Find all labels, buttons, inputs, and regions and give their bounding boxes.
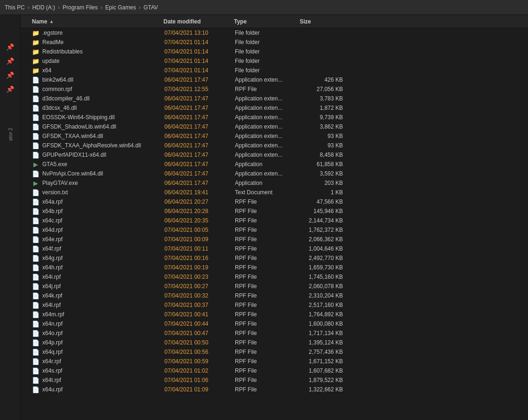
file-name: ReadMe xyxy=(42,39,164,46)
table-row[interactable]: 📁 x64 07/04/2021 01:14 File folder xyxy=(21,66,528,75)
file-size: 1,745,160 KB xyxy=(301,274,348,280)
file-type: Application exten... xyxy=(235,76,301,83)
file-date: 06/04/2021 17:47 xyxy=(164,76,235,83)
table-row[interactable]: 📄 x64s.rpf 07/04/2021 01:02 RPF File 1,6… xyxy=(21,366,528,375)
table-row[interactable]: 📄 EOSSDK-Win64-Shipping.dll 06/04/2021 1… xyxy=(21,113,528,122)
file-date: 07/04/2021 00:32 xyxy=(164,292,235,299)
table-row[interactable]: ▶ PlayGTAV.exe 06/04/2021 17:47 Applicat… xyxy=(21,178,528,188)
table-row[interactable]: 📄 x64r.rpf 07/04/2021 00:59 RPF File 1,6… xyxy=(21,357,528,366)
table-row[interactable]: 📄 bink2w64.dll 06/04/2021 17:47 Applicat… xyxy=(21,75,528,84)
file-name: x64i.rpf xyxy=(42,274,164,280)
file-name: x64h.rpf xyxy=(42,264,164,271)
file-icon: 📄 xyxy=(32,151,39,159)
file-icon: 📄 xyxy=(32,376,39,384)
table-row[interactable]: 📄 GFSDK_TXAA_AlphaResolve.win64.dll 06/0… xyxy=(21,141,528,150)
file-date: 07/04/2021 12:55 xyxy=(164,86,235,92)
breadcrumb-program-files[interactable]: Program Files xyxy=(62,4,98,11)
file-type: RPF File xyxy=(235,283,301,290)
file-type: Application exten... xyxy=(235,133,301,139)
table-row[interactable]: 📁 Redistributables 07/04/2021 01:14 File… xyxy=(21,47,528,56)
file-name: GFSDK_TXAA_AlphaResolve.win64.dll xyxy=(42,142,164,149)
table-row[interactable]: 📄 version.txt 06/04/2021 19:41 Text Docu… xyxy=(21,188,528,197)
file-type: RPF File xyxy=(235,367,301,374)
table-row[interactable]: 📄 d3dcsx_46.dll 06/04/2021 17:47 Applica… xyxy=(21,103,528,113)
table-row[interactable]: 📄 d3dcompiler_46.dll 06/04/2021 17:47 Ap… xyxy=(21,94,528,103)
table-row[interactable]: 📄 x64b.rpf 06/04/2021 20:28 RPF File 145… xyxy=(21,206,528,216)
table-row[interactable]: 📄 x64p.rpf 07/04/2021 00:50 RPF File 1,3… xyxy=(21,338,528,347)
file-name: x64g.rpf xyxy=(42,255,164,261)
file-name: x64c.rpf xyxy=(42,217,164,224)
folder-icon: 📁 xyxy=(32,67,39,74)
file-icon: 📄 xyxy=(32,273,39,281)
table-row[interactable]: 📄 x64k.rpf 07/04/2021 00:32 RPF File 2,3… xyxy=(21,291,528,300)
file-size: 47,566 KB xyxy=(301,199,348,205)
pin-icon-1[interactable]: 📌 xyxy=(6,43,14,51)
table-row[interactable]: 📄 x64f.rpf 07/04/2021 00:11 RPF File 1,0… xyxy=(21,244,528,253)
breadcrumb-gtav[interactable]: GTAV xyxy=(143,4,158,11)
breadcrumb-sep-4: › xyxy=(139,4,140,11)
file-date: 07/04/2021 00:37 xyxy=(164,302,235,308)
file-size: 2,517,160 KB xyxy=(301,302,348,308)
table-row[interactable]: 📄 x64d.rpf 07/04/2021 00:05 RPF File 1,7… xyxy=(21,225,528,235)
table-row[interactable]: 📄 GPUPerfAPIDX11-x64.dll 06/04/2021 17:4… xyxy=(21,150,528,160)
breadcrumb-this-pc[interactable]: This PC xyxy=(5,4,25,11)
file-name: x64p.rpf xyxy=(42,339,164,346)
file-type: Application exten... xyxy=(235,123,301,130)
table-row[interactable]: 📄 x64o.rpf 07/04/2021 00:47 RPF File 1,7… xyxy=(21,328,528,338)
file-size: 1,600,080 KB xyxy=(301,321,348,327)
table-row[interactable]: 📄 x64t.rpf 07/04/2021 01:06 RPF File 1,8… xyxy=(21,375,528,385)
table-row[interactable]: 📄 GFSDK_ShadowLib.win64.dll 06/04/2021 1… xyxy=(21,122,528,131)
file-type: RPF File xyxy=(235,217,301,224)
file-type: RPF File xyxy=(235,311,301,318)
file-type: RPF File xyxy=(235,358,301,365)
pin-icon-3[interactable]: 📌 xyxy=(6,71,14,79)
file-name: x64a.rpf xyxy=(42,199,164,205)
table-row[interactable]: 📄 x64c.rpf 06/04/2021 20:35 RPF File 2,1… xyxy=(21,216,528,225)
file-size: 3,592 KB xyxy=(301,170,348,177)
table-row[interactable]: 📄 x64j.rpf 07/04/2021 00:27 RPF File 2,0… xyxy=(21,282,528,291)
col-header-type[interactable]: Type xyxy=(234,18,300,25)
file-icon: 📄 xyxy=(32,132,39,140)
file-size: 1,671,152 KB xyxy=(301,358,348,365)
file-size: 2,492,770 KB xyxy=(301,255,348,261)
table-row[interactable]: 📄 x64h.rpf 07/04/2021 00:19 RPF File 1,6… xyxy=(21,263,528,272)
file-size: 1,322,662 KB xyxy=(301,386,348,393)
table-row[interactable]: 📁 .egstore 07/04/2021 13:10 File folder xyxy=(21,28,528,38)
table-row[interactable]: 📄 x64n.rpf 07/04/2021 00:44 RPF File 1,6… xyxy=(21,319,528,328)
pin-icon-4[interactable]: 📌 xyxy=(6,85,14,93)
col-header-date[interactable]: Date modified xyxy=(163,18,234,25)
table-row[interactable]: 📄 x64u.rpf 07/04/2021 01:09 RPF File 1,3… xyxy=(21,385,528,394)
table-row[interactable]: 📄 x64l.rpf 07/04/2021 00:37 RPF File 2,5… xyxy=(21,300,528,310)
main-layout: 📌 📌 📌 📌 ator 2 Name ▲ Date modified Type… xyxy=(0,15,528,420)
table-row[interactable]: 📄 x64a.rpf 06/04/2021 20:27 RPF File 47,… xyxy=(21,197,528,206)
pin-icon-2[interactable]: 📌 xyxy=(6,57,14,65)
table-row[interactable]: 📄 x64e.rpf 07/04/2021 00:09 RPF File 2,0… xyxy=(21,235,528,244)
file-name: x64r.rpf xyxy=(42,358,164,365)
table-row[interactable]: 📄 x64g.rpf 07/04/2021 00:16 RPF File 2,4… xyxy=(21,253,528,263)
file-date: 06/04/2021 17:47 xyxy=(164,152,235,158)
table-row[interactable]: 📄 NvPmApi.Core.win64.dll 06/04/2021 17:4… xyxy=(21,169,528,178)
file-name: x64j.rpf xyxy=(42,283,164,290)
table-row[interactable]: 📁 update 07/04/2021 01:14 File folder xyxy=(21,56,528,66)
table-row[interactable]: ▶ GTA5.exe 06/04/2021 17:47 Application … xyxy=(21,160,528,169)
file-list[interactable]: 📁 .egstore 07/04/2021 13:10 File folder … xyxy=(21,28,528,420)
col-header-name[interactable]: Name ▲ xyxy=(32,18,163,25)
table-row[interactable]: 📁 ReadMe 07/04/2021 01:14 File folder xyxy=(21,38,528,47)
breadcrumb-hdd[interactable]: HDD (A:) xyxy=(32,4,55,11)
file-date: 07/04/2021 00:27 xyxy=(164,283,235,290)
file-type: RPF File xyxy=(235,208,301,214)
file-date: 07/04/2021 01:14 xyxy=(164,67,235,74)
file-type: File folder xyxy=(235,48,301,55)
file-type: Application exten... xyxy=(235,152,301,158)
file-name: x64o.rpf xyxy=(42,330,164,336)
table-row[interactable]: 📄 x64q.rpf 07/04/2021 00:56 RPF File 2,7… xyxy=(21,347,528,357)
table-row[interactable]: 📄 common.rpf 07/04/2021 12:55 RPF File 2… xyxy=(21,84,528,94)
breadcrumb-epic-games[interactable]: Epic Games xyxy=(105,4,136,11)
table-row[interactable]: 📄 x64m.rpf 07/04/2021 00:41 RPF File 1,7… xyxy=(21,310,528,319)
table-row[interactable]: 📄 x64i.rpf 07/04/2021 00:23 RPF File 1,7… xyxy=(21,272,528,282)
col-header-size[interactable]: Size xyxy=(300,18,347,25)
file-type: RPF File xyxy=(235,349,301,355)
file-date: 07/04/2021 00:16 xyxy=(164,255,235,261)
file-size: 27,056 KB xyxy=(301,86,348,92)
table-row[interactable]: 📄 GFSDK_TXAA.win64.dll 06/04/2021 17:47 … xyxy=(21,131,528,141)
